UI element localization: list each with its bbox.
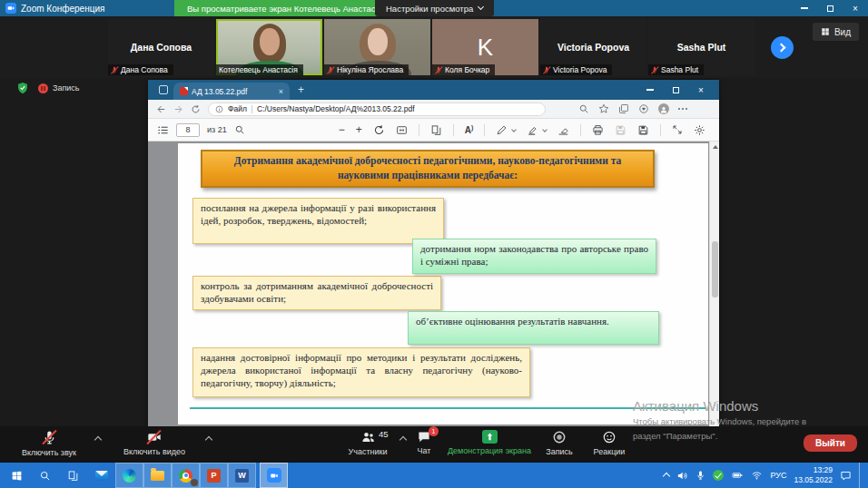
url-divider — [252, 105, 252, 113]
share-screen-button[interactable]: Демонстрация экрана — [442, 430, 537, 455]
zoom-app-taskbar-icon[interactable] — [260, 463, 288, 488]
zoom-level-icon[interactable] — [578, 103, 589, 114]
file-explorer-app-icon[interactable] — [143, 463, 172, 488]
video-options-chevron[interactable] — [205, 436, 212, 444]
browser-menu-icon[interactable] — [678, 108, 687, 110]
reactions-button[interactable]: Реакции — [587, 430, 632, 456]
task-view-button[interactable] — [59, 463, 87, 488]
antivirus-shield-icon[interactable] — [713, 470, 724, 481]
share-screen-icon — [482, 430, 498, 444]
tab-actions-icon[interactable] — [159, 85, 168, 94]
participants-options-chevron[interactable] — [399, 436, 407, 444]
reactions-smiley-icon — [602, 430, 616, 444]
close-button[interactable]: × — [843, 0, 868, 16]
pdf-settings-gear-icon[interactable] — [694, 124, 705, 136]
favorites-star-icon[interactable] — [598, 103, 609, 114]
language-indicator[interactable]: РУС — [770, 471, 786, 480]
tray-mic-icon[interactable] — [695, 470, 705, 481]
tab-close-icon[interactable]: × — [279, 87, 283, 96]
hidden-icons-chevron[interactable] — [663, 473, 670, 480]
pen-dropdown-icon[interactable] — [511, 127, 517, 132]
highlighter-dropdown-icon[interactable] — [542, 127, 547, 132]
zoom-out-icon[interactable]: − — [339, 124, 345, 135]
eraser-icon[interactable] — [557, 124, 569, 136]
powerpoint-app-icon[interactable]: P — [200, 463, 228, 488]
page-view-icon[interactable] — [430, 124, 442, 136]
mail-app-icon[interactable] — [87, 463, 115, 488]
taskbar-search-button[interactable] — [31, 463, 59, 488]
volume-icon[interactable] — [676, 470, 688, 482]
participant-name-label: Котелевець Анастасія — [216, 64, 303, 75]
participant-tile[interactable]: Дана Сопова Дана Сопова — [108, 19, 214, 75]
forward-icon[interactable] — [173, 104, 183, 114]
file-info-icon[interactable] — [215, 105, 223, 113]
view-settings-dropdown[interactable]: Настройки просмотра — [375, 0, 494, 16]
minimize-button[interactable] — [792, 0, 817, 16]
participant-tile[interactable]: Нікуліна Ярослава — [324, 19, 430, 75]
maximize-button[interactable] — [817, 0, 843, 16]
read-aloud-icon[interactable]: A) — [465, 124, 474, 135]
start-video-button[interactable]: Включить видео — [107, 430, 202, 456]
wifi-icon[interactable] — [751, 470, 763, 481]
participants-button[interactable]: 45 Участники — [338, 430, 398, 456]
participant-name-label: Victoria Popova — [540, 64, 612, 75]
browser-window-controls: × — [637, 80, 714, 100]
view-layout-button[interactable]: Вид — [813, 23, 859, 41]
edge-app-icon[interactable] — [115, 463, 143, 488]
muted-mic-icon — [42, 430, 57, 445]
collections-icon[interactable] — [618, 103, 629, 114]
participant-tile[interactable]: Sasha Plut Sasha Plut — [648, 19, 755, 75]
save-as-icon[interactable] — [637, 124, 649, 136]
browser-close-button[interactable]: × — [688, 80, 714, 100]
meeting-status-row: Запись — [16, 82, 80, 94]
participant-tile[interactable]: Victoria Popova Victoria Popova — [540, 19, 646, 75]
refresh-icon[interactable] — [191, 104, 201, 114]
scrollbar-thumb[interactable] — [712, 241, 718, 298]
participant-strip: Дана Сопова Дана Сопова Котелевець Анаст… — [0, 16, 868, 78]
muted-mic-icon — [543, 66, 550, 73]
next-participants-button[interactable] — [771, 36, 794, 59]
zoom-meeting-window: Zoom Конференция Вы просматриваете экран… — [0, 0, 868, 488]
audio-options-chevron[interactable] — [94, 436, 102, 444]
chat-button[interactable]: 1 Чат — [407, 430, 441, 455]
battery-icon[interactable] — [731, 470, 744, 481]
start-button[interactable] — [3, 463, 31, 488]
participant-tile-active-speaker[interactable]: Котелевець Анастасія — [216, 19, 322, 75]
security-shield-icon[interactable] — [16, 82, 29, 94]
taskbar-clock[interactable]: 13:29 13.05.2022 — [794, 465, 833, 484]
table-of-contents-icon[interactable] — [157, 124, 169, 136]
url-field[interactable]: Файл C:/Users/Nastya/Desktop/АД%2013.05.… — [208, 102, 546, 116]
participant-tile[interactable]: K Коля Бочкар — [432, 19, 538, 75]
chrome-app-icon[interactable] — [172, 463, 200, 488]
recording-indicator-icon[interactable] — [38, 83, 48, 93]
save-icon[interactable] — [615, 124, 626, 136]
pdf-search-icon[interactable] — [234, 124, 245, 135]
page-number-input[interactable]: 8 — [176, 123, 200, 137]
pdf-scrollbar[interactable] — [709, 142, 719, 426]
scroll-up-arrow[interactable] — [713, 145, 718, 149]
notification-center-icon[interactable] — [840, 470, 852, 482]
fit-to-width-icon[interactable] — [396, 124, 408, 136]
fullscreen-icon[interactable] — [672, 124, 683, 135]
record-button[interactable]: Запись — [538, 430, 581, 456]
leave-meeting-button[interactable]: Выйти — [804, 434, 857, 452]
unmute-button[interactable]: Включить звук — [5, 430, 93, 457]
browser-minimize-button[interactable] — [637, 80, 663, 100]
participants-label: Участники — [349, 447, 388, 456]
show-desktop-button[interactable] — [859, 463, 863, 488]
word-app-icon[interactable]: W — [228, 463, 256, 488]
participant-label-text: Sasha Plut — [661, 65, 698, 74]
draw-pen-icon[interactable] — [496, 124, 508, 136]
browser-essentials-icon[interactable] — [638, 103, 649, 114]
zoom-reset-icon[interactable] — [373, 124, 385, 136]
browser-maximize-button[interactable] — [663, 80, 688, 100]
print-icon[interactable] — [592, 124, 604, 136]
address-bar-icons — [578, 103, 687, 114]
browser-tab[interactable]: АД 13.05.22.pdf × — [173, 83, 290, 100]
highlighter-icon[interactable] — [527, 124, 538, 136]
pdf-viewport[interactable]: Дотримання академічної доброчесності пед… — [148, 142, 709, 426]
profile-avatar[interactable] — [658, 103, 669, 114]
back-icon[interactable] — [156, 104, 166, 114]
new-tab-button[interactable]: + — [298, 83, 304, 96]
zoom-in-icon[interactable]: + — [356, 124, 362, 135]
